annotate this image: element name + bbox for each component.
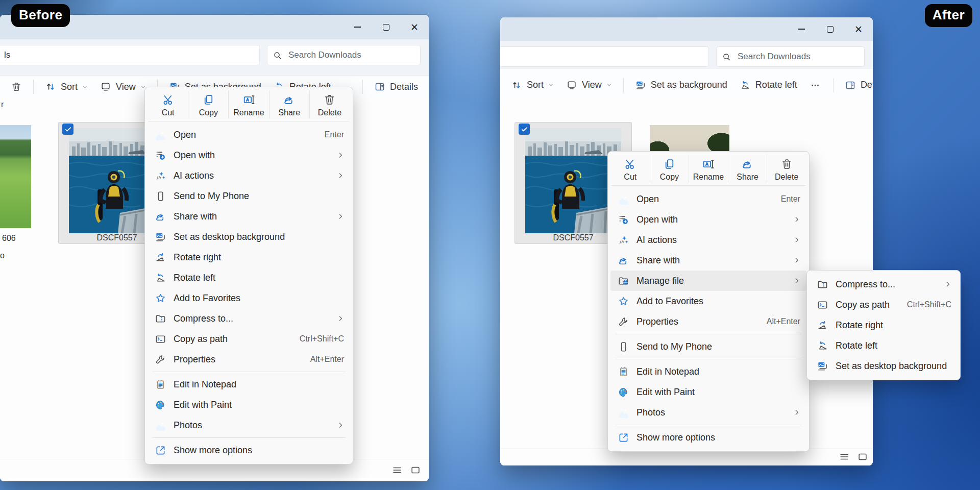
minimize-icon [798,29,805,30]
address-text: ls [4,50,10,60]
menu-item-ai-actions[interactable]: AI actions [148,165,350,186]
menu-item-send-to-my-phone[interactable]: Send to My Phone [610,336,806,357]
chevron-right-icon [944,281,951,288]
details-button[interactable]: Details [839,77,873,94]
details-pane-icon [374,81,385,92]
chevron-right-icon [793,277,800,284]
menu-item-compress-to[interactable]: Compress to... [148,308,350,329]
delete-button[interactable] [5,78,28,95]
share-button[interactable]: Share [269,90,309,118]
chevron-down-icon [606,82,612,88]
details-view-toggle[interactable] [391,464,403,477]
list-view-icon [839,451,850,462]
selection-checkbox[interactable] [62,124,74,135]
file-label-fragment: 606 [2,234,16,243]
menu-item-send-to-my-phone[interactable]: Send to My Phone [148,186,350,206]
scissors-icon [624,158,636,170]
maximize-icon [827,26,834,33]
share-button[interactable]: Share [728,155,767,183]
minimize-button[interactable] [787,17,816,41]
menu-item-properties[interactable]: PropertiesAlt+Enter [610,311,806,332]
open-with-icon [618,214,629,226]
menu-item-open-with[interactable]: Open with [148,145,350,165]
delete-button[interactable]: Delete [309,90,350,118]
copy-button[interactable]: Copy [188,90,228,118]
view-button[interactable]: View [94,78,152,95]
menu-item-rotate-left[interactable]: Rotate left [148,267,350,288]
manage-file-submenu: Compress to... Copy as pathCtrl+Shift+C … [806,270,961,380]
menu-item-share-with[interactable]: Share with [610,250,806,271]
menu-item-photos[interactable]: Photos [148,415,350,435]
menu-separator [152,437,346,438]
share-icon [155,211,166,223]
menu-item-photos[interactable]: Photos [610,402,806,423]
menu-item-open[interactable]: OpenEnter [148,125,350,145]
menu-item-edit-with-paint[interactable]: Edit with Paint [610,382,806,402]
menu-item-copy-as-path[interactable]: Copy as pathCtrl+Shift+C [148,329,350,349]
sort-button[interactable]: Sort [39,78,93,95]
open-with-icon [155,150,166,161]
set-as-background-button[interactable]: Set as background [629,77,733,94]
view-button[interactable]: View [560,77,618,94]
submenu-item-copy-as-path[interactable]: Copy as pathCtrl+Shift+C [810,295,958,315]
maximize-button[interactable] [372,15,400,39]
menu-item-edit-in-notepad[interactable]: Edit in Notepad [148,374,350,395]
rotate-left-icon [817,340,828,352]
photos-app-icon [618,193,629,205]
close-button[interactable]: ✕ [400,15,429,39]
photos-app-icon [155,420,166,431]
chevron-right-icon [793,236,800,243]
details-view-toggle[interactable] [838,451,850,463]
copy-button[interactable]: Copy [650,155,689,183]
menu-item-add-to-favorites[interactable]: Add to Favorites [148,288,350,308]
address-row [500,41,873,69]
more-commands-button[interactable] [804,77,826,94]
menu-item-set-as-desktop-background[interactable]: Set as desktop background [148,227,350,247]
selection-checkbox[interactable] [519,124,530,135]
phone-icon [155,190,166,202]
menu-item-edit-in-notepad[interactable]: Edit in Notepad [610,361,806,382]
delete-button[interactable]: Delete [767,155,806,183]
rotate-left-button[interactable]: Rotate left [734,77,803,94]
menu-item-manage-file[interactable]: Manage file [610,271,806,291]
menu-item-open-with[interactable]: Open with [610,209,806,230]
submenu-item-compress-to[interactable]: Compress to... [810,274,958,295]
search-box[interactable] [716,46,865,67]
chevron-right-icon [337,315,344,322]
menu-item-rotate-right[interactable]: Rotate right [148,247,350,267]
close-button[interactable]: ✕ [844,17,873,41]
notepad-icon [155,379,166,390]
minimize-button[interactable] [343,15,372,39]
sort-button[interactable]: Sort [505,77,559,94]
rename-button[interactable]: Rename [228,90,268,118]
menu-item-properties[interactable]: PropertiesAlt+Enter [148,349,350,370]
search-input[interactable] [737,51,859,62]
thumbnail-view-toggle[interactable] [409,464,422,477]
address-bar[interactable] [500,46,709,67]
menu-item-open[interactable]: OpenEnter [610,189,806,209]
toolbar-divider [833,78,834,92]
file-thumbnail-golf[interactable] [0,125,31,228]
rename-icon [242,93,255,106]
desktop-background-icon [155,231,166,243]
submenu-item-set-as-desktop-background[interactable]: Set as desktop background [810,356,958,376]
menu-item-share-with[interactable]: Share with [148,206,350,227]
details-button[interactable]: Details [369,78,424,95]
thumbnail-view-toggle[interactable] [856,451,869,463]
menu-item-edit-with-paint[interactable]: Edit with Paint [148,395,350,415]
search-input[interactable] [287,50,415,61]
address-bar[interactable]: ls [0,45,260,65]
large-thumbnails-icon [410,464,421,476]
menu-item-show-more-options[interactable]: Show more options [610,427,806,448]
annotation-before-label: Before [11,4,70,27]
maximize-button[interactable] [816,17,844,41]
cut-button[interactable]: Cut [611,155,650,183]
menu-item-add-to-favorites[interactable]: Add to Favorites [610,291,806,311]
cut-button[interactable]: Cut [148,90,188,118]
search-box[interactable] [267,45,421,65]
rename-button[interactable]: Rename [689,155,728,183]
submenu-item-rotate-right[interactable]: Rotate right [810,315,958,335]
submenu-item-rotate-left[interactable]: Rotate left [810,335,958,356]
menu-item-show-more-options[interactable]: Show more options [148,440,350,460]
menu-item-ai-actions[interactable]: AI actions [610,230,806,250]
